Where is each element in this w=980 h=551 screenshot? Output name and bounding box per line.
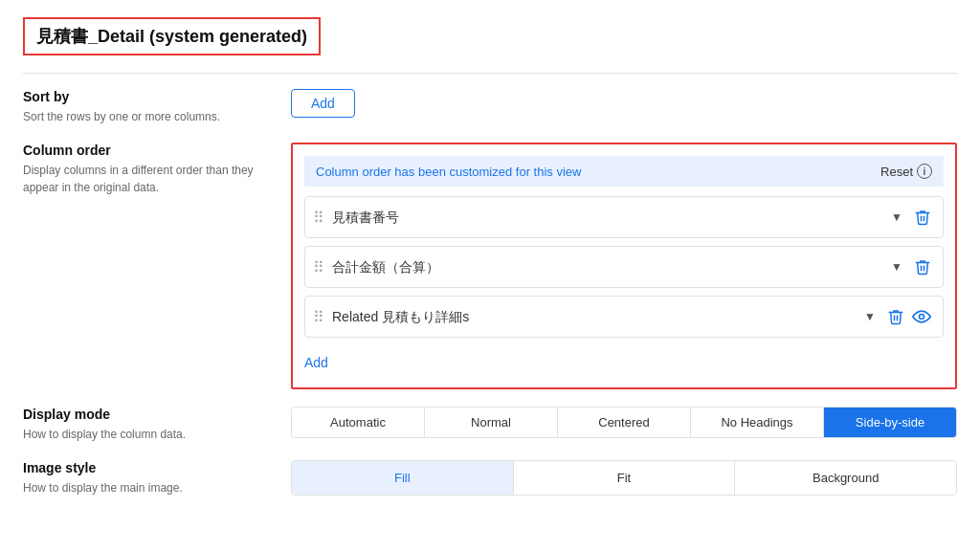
mode-automatic-button[interactable]: Automatic: [292, 408, 425, 437]
column-order-wrapper: Column order has been customized for thi…: [291, 143, 957, 389]
display-mode-section: Display mode How to display the column d…: [23, 407, 957, 443]
page-title-section: 見積書_Detail (system generated): [23, 17, 321, 55]
sort-by-label: Sort by Sort the rows by one or more col…: [23, 89, 291, 125]
image-style-button-group: Fill Fit Background: [291, 460, 957, 496]
image-style-title: Image style: [23, 460, 268, 475]
column-order-title: Column order: [23, 143, 268, 158]
drag-handle-1[interactable]: ⠿: [313, 209, 323, 227]
column-row-1: ⠿ 見積書番号 ▼: [304, 196, 944, 238]
column-order-content: Column order has been customized for thi…: [291, 143, 957, 389]
column-order-notice: Column order has been customized for thi…: [304, 156, 944, 187]
svg-point-0: [920, 315, 924, 320]
sort-by-section: Sort by Sort the rows by one or more col…: [23, 89, 957, 125]
mode-centered-button[interactable]: Centered: [558, 408, 691, 437]
page-wrapper: 見積書_Detail (system generated) Sort by So…: [0, 0, 980, 551]
chevron-down-icon-3: ▼: [864, 310, 876, 323]
info-icon: i: [917, 164, 932, 179]
column-order-desc: Display columns in a different order tha…: [23, 162, 268, 196]
column-row-3: ⠿ Related 見積もり詳細s ▼: [304, 296, 944, 338]
image-style-desc: How to display the main image.: [23, 479, 268, 496]
sort-by-content: Add: [291, 89, 957, 118]
visibility-column-3-button[interactable]: [908, 303, 935, 330]
reset-label: Reset: [880, 165, 913, 179]
display-mode-button-group: Automatic Normal Centered No Headings Si…: [291, 407, 957, 438]
reset-button[interactable]: Reset i: [880, 164, 932, 179]
column-add-button[interactable]: Add: [304, 349, 328, 376]
image-style-content: Fill Fit Background: [291, 460, 957, 496]
delete-column-3-button[interactable]: [883, 304, 908, 329]
mode-normal-button[interactable]: Normal: [425, 408, 558, 437]
sort-by-add-button[interactable]: Add: [291, 89, 355, 118]
column-select-2[interactable]: 合計金額（合算）: [332, 259, 891, 275]
chevron-down-icon-2: ▼: [891, 260, 902, 274]
mode-no-headings-button[interactable]: No Headings: [691, 408, 824, 437]
image-style-background-button[interactable]: Background: [735, 461, 956, 495]
column-row-2: ⠿ 合計金額（合算） ▼: [304, 246, 944, 288]
image-style-section: Image style How to display the main imag…: [23, 460, 957, 496]
column-order-section: Column order Display columns in a differ…: [23, 143, 957, 389]
column-order-notice-text: Column order has been customized for thi…: [316, 165, 581, 179]
image-style-label: Image style How to display the main imag…: [23, 460, 291, 496]
drag-handle-2[interactable]: ⠿: [313, 258, 323, 276]
sort-by-desc: Sort the rows by one or more columns.: [23, 108, 268, 125]
divider: [23, 73, 957, 74]
image-style-fill-button[interactable]: Fill: [292, 461, 514, 495]
column-order-label: Column order Display columns in a differ…: [23, 143, 291, 196]
delete-column-2-button[interactable]: [910, 254, 935, 279]
display-mode-content: Automatic Normal Centered No Headings Si…: [291, 407, 957, 438]
page-title: 見積書_Detail (system generated): [36, 27, 307, 46]
image-style-fit-button[interactable]: Fit: [514, 461, 736, 495]
delete-column-1-button[interactable]: [910, 205, 935, 230]
drag-handle-3[interactable]: ⠿: [313, 308, 323, 326]
sort-by-title: Sort by: [23, 89, 268, 104]
column-select-1[interactable]: 見積書番号: [332, 209, 891, 225]
column-select-3[interactable]: Related 見積もり詳細s: [332, 309, 864, 324]
chevron-down-icon-1: ▼: [891, 210, 902, 224]
display-mode-desc: How to display the column data.: [23, 426, 268, 443]
mode-side-by-side-button[interactable]: Side-by-side: [824, 408, 956, 437]
display-mode-title: Display mode: [23, 407, 268, 422]
display-mode-label: Display mode How to display the column d…: [23, 407, 291, 443]
